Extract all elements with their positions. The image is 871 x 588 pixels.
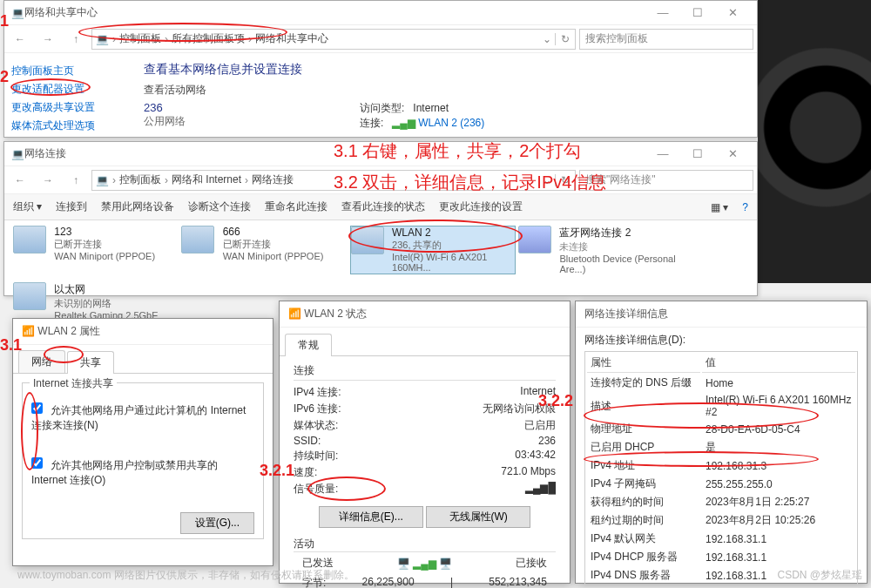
- wifi-icon: 📶: [22, 325, 35, 337]
- wireless-props-button[interactable]: 无线属性(W): [426, 506, 530, 528]
- table-row[interactable]: 已启用 DHCP是: [587, 439, 855, 456]
- toolbar-disable[interactable]: 禁用此网络设备: [101, 199, 174, 214]
- toolbar: 组织 ▾ 连接到 禁用此网络设备 诊断这个连接 重命名此连接 查看此连接的状态 …: [4, 194, 757, 220]
- status-value: 无网络访问权限: [389, 402, 556, 416]
- status-value: Internet: [389, 385, 556, 400]
- table-row[interactable]: IPv4 默认网关192.168.31.1: [587, 531, 855, 547]
- close-button[interactable]: ✕: [715, 1, 750, 25]
- breadcrumb-item[interactable]: 网络连接: [252, 172, 294, 187]
- details-body: 网络连接详细信息(D): 属性 值 连接特定的 DNS 后缀Home描述Inte…: [576, 328, 867, 588]
- breadcrumb-item[interactable]: 网络和共享中心: [255, 31, 328, 46]
- detail-value: [702, 585, 855, 586]
- dialog-title: 网络连接详细信息: [576, 301, 867, 328]
- app-icon: 💻: [11, 148, 24, 160]
- conn-status: 未连接: [559, 240, 681, 253]
- up-button[interactable]: ↑: [64, 170, 88, 191]
- table-row[interactable]: 租约过期的时间2023年8月2日 10:25:26: [587, 512, 855, 529]
- search-input[interactable]: 搜索控制面板: [579, 29, 753, 50]
- minimize-button[interactable]: —: [645, 142, 680, 166]
- conn-label: 连接:: [360, 117, 383, 129]
- window-title: 网络和共享中心: [24, 5, 645, 20]
- conn-link[interactable]: WLAN 2 (236): [418, 117, 484, 129]
- table-row[interactable]: IPv4 DHCP 服务器192.168.31.1: [587, 549, 855, 565]
- breadcrumb-item[interactable]: 网络和 Internet: [172, 172, 241, 187]
- detail-key: IPv4 DNS 服务器: [587, 567, 700, 584]
- connection-item[interactable]: 123 已断开连接 WAN Miniport (PPPOE): [13, 226, 179, 262]
- forward-button[interactable]: →: [36, 29, 60, 50]
- up-button[interactable]: ↑: [64, 29, 88, 50]
- sent-value: 26,225,900: [362, 576, 415, 588]
- connection-icon: [351, 226, 384, 254]
- connection-item[interactable]: 蓝牙网络连接 2 未连接 Bluetooth Device (Personal …: [518, 226, 684, 275]
- breadcrumb-item[interactable]: 控制面板: [119, 172, 161, 187]
- dialog-wlan-status: 📶 WLAN 2 状态 常规 连接 IPv4 连接:InternetIPv6 连…: [279, 301, 571, 584]
- breadcrumb[interactable]: 💻› 控制面板› 网络和 Internet› 网络连接 ⌄↻: [91, 170, 576, 191]
- table-row[interactable]: 获得租约的时间2023年8月1日 2:25:27: [587, 494, 855, 510]
- status-value: 236: [389, 435, 556, 447]
- conn-device: Intel(R) Wi-Fi 6 AX201 160MH...: [392, 252, 514, 273]
- content: 查看基本网络信息并设置连接 查看活动网络 236 公用网络 访问类型: Inte…: [135, 53, 757, 139]
- view-icon[interactable]: ▦ ▾: [711, 201, 728, 213]
- table-row[interactable]: 描述Intel(R) Wi-Fi 6 AX201 160MHz #2: [587, 393, 855, 419]
- activity-icon: 🖥️ ▂▄▆ 🖥️: [397, 558, 452, 570]
- table-row[interactable]: 连接特定的 DNS 后缀Home: [587, 375, 855, 391]
- close-button[interactable]: ✕: [715, 142, 750, 166]
- conn-name: 123: [54, 226, 176, 238]
- toolbar-diagnose[interactable]: 诊断这个连接: [188, 199, 251, 214]
- breadcrumb-item[interactable]: 所有控制面板项: [172, 31, 245, 46]
- help-icon[interactable]: ?: [742, 201, 748, 213]
- sidebar-media-streaming[interactable]: 媒体流式处理选项: [11, 118, 119, 133]
- sidebar-home[interactable]: 控制面板主页: [11, 64, 119, 78]
- status-key: IPv6 连接:: [294, 402, 389, 416]
- maximize-button[interactable]: ☐: [680, 1, 715, 25]
- detail-key: 租约过期的时间: [587, 512, 700, 529]
- back-button[interactable]: ←: [8, 29, 32, 50]
- conn-status: 236, 共享的: [392, 239, 514, 252]
- table-row[interactable]: IPv4 子网掩码255.255.255.0: [587, 476, 855, 492]
- conn-device: Bluetooth Device (Personal Are...): [559, 253, 681, 274]
- checkbox-allow-control[interactable]: [31, 457, 43, 469]
- signal-icon: ▂▄▆: [392, 117, 415, 129]
- detail-key: IPv4 默认网关: [587, 531, 700, 547]
- table-row[interactable]: IPv4 地址192.168.31.3: [587, 457, 855, 474]
- maximize-button[interactable]: ☐: [680, 142, 715, 166]
- sidebar-change-adapter[interactable]: 更改适配器设置: [11, 82, 119, 97]
- table-row[interactable]: 物理地址28-D0-EA-6D-05-C4: [587, 421, 855, 437]
- details-button[interactable]: 详细信息(E)...: [319, 506, 423, 528]
- connection-icon: [518, 226, 551, 253]
- section-label: 查看活动网络: [144, 83, 748, 98]
- table-row[interactable]: IPv4 WINS 服务器: [587, 585, 855, 586]
- checkbox-label: 允许其他网络用户控制或禁用共享的 Internet 连接(O): [31, 459, 218, 486]
- status-value: 721.0 Mbps: [389, 465, 556, 480]
- toolbar-status[interactable]: 查看此连接的状态: [341, 199, 425, 214]
- connection-item-selected[interactable]: WLAN 2 236, 共享的 Intel(R) Wi-Fi 6 AX201 1…: [350, 226, 516, 274]
- sidebar-advanced-sharing[interactable]: 更改高级共享设置: [11, 100, 119, 115]
- address-bar: ← → ↑ 💻 › 控制面板 › 所有控制面板项 › 网络和共享中心 ⌄↻ 搜索…: [4, 25, 757, 53]
- wifi-icon: 📶: [288, 308, 301, 320]
- minimize-button[interactable]: —: [645, 1, 680, 25]
- checkbox-allow-share[interactable]: [31, 402, 43, 414]
- back-button[interactable]: ←: [8, 170, 32, 191]
- checkbox-label: 允许其他网络用户通过此计算机的 Internet 连接来连接(N): [31, 404, 246, 431]
- toolbar-connect[interactable]: 连接到: [56, 199, 87, 214]
- connection-item[interactable]: 666 已断开连接 WAN Miniport (PPPOE): [181, 226, 347, 262]
- forward-button[interactable]: →: [36, 170, 60, 191]
- status-value: 已启用: [389, 418, 556, 433]
- network-type: 公用网络: [144, 114, 186, 129]
- toolbar-change[interactable]: 更改此连接的设置: [439, 199, 523, 214]
- breadcrumb[interactable]: 💻 › 控制面板 › 所有控制面板项 › 网络和共享中心 ⌄↻: [91, 29, 576, 50]
- breadcrumb-icon: 💻: [96, 174, 109, 186]
- status-value: 03:43:42: [389, 449, 556, 463]
- search-input[interactable]: 搜索"网络连接": [579, 170, 753, 191]
- breadcrumb-item[interactable]: 控制面板: [119, 31, 161, 46]
- settings-button[interactable]: 设置(G)...: [180, 512, 254, 534]
- toolbar-organize[interactable]: 组织 ▾: [13, 199, 42, 214]
- detail-value: Intel(R) Wi-Fi 6 AX201 160MHz #2: [702, 393, 855, 419]
- section-activity: 活动: [294, 537, 556, 551]
- tab-general[interactable]: 常规: [285, 334, 332, 356]
- conn-name: 蓝牙网络连接 2: [559, 226, 681, 240]
- toolbar-rename[interactable]: 重命名此连接: [265, 199, 327, 214]
- tab-network[interactable]: 网络: [18, 350, 65, 373]
- conn-name: WLAN 2: [392, 226, 514, 239]
- tab-sharing[interactable]: 共享: [67, 351, 114, 374]
